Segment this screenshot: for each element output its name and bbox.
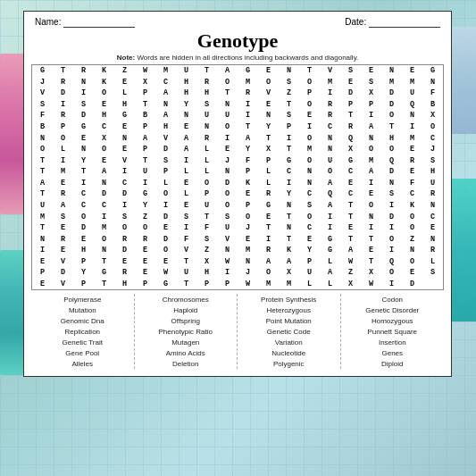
- grid-cell: Q: [340, 132, 361, 144]
- grid-cell: N: [422, 200, 443, 212]
- grid-cell: K: [402, 200, 422, 212]
- grid-cell: T: [279, 144, 299, 155]
- grid-cell: E: [402, 65, 422, 77]
- grid-cell: B: [32, 121, 53, 133]
- grid-cell: O: [196, 178, 217, 189]
- grid-cell: P: [32, 267, 53, 279]
- grid-cell: T: [94, 279, 114, 290]
- grid-cell: E: [114, 144, 135, 155]
- grid-cell: X: [196, 256, 217, 268]
- grid-cell: L: [196, 155, 217, 167]
- grid-cell: E: [32, 256, 53, 268]
- grid-cell: F: [402, 178, 422, 189]
- grid-cell: N: [32, 233, 53, 245]
- grid-cell: I: [73, 88, 94, 99]
- word-item: Codon: [345, 294, 441, 305]
- grid-cell: T: [279, 233, 299, 245]
- word-item: Homozygous: [345, 315, 441, 326]
- grid-cell: I: [381, 222, 402, 234]
- word-column-2: Protein SynthesisHeterozygousPoint Mutat…: [238, 294, 341, 369]
- grid-cell: T: [381, 121, 402, 133]
- word-item: Replication: [35, 326, 130, 337]
- grid-cell: E: [340, 178, 361, 189]
- grid-cell: T: [340, 110, 361, 121]
- word-item: Chromosomes: [138, 294, 234, 305]
- grid-cell: O: [422, 121, 443, 133]
- grid-cell: P: [196, 188, 217, 200]
- grid-cell: H: [196, 267, 217, 279]
- grid-cell: I: [176, 222, 196, 234]
- grid-cell: O: [402, 222, 422, 234]
- grid-cell: M: [402, 77, 422, 88]
- grid-cell: I: [53, 155, 73, 167]
- grid-cell: U: [196, 200, 217, 212]
- grid-cell: P: [299, 256, 320, 268]
- grid-cell: E: [155, 222, 176, 234]
- grid-cell: P: [135, 279, 155, 290]
- grid-cell: E: [53, 245, 73, 256]
- grid-cell: I: [381, 200, 402, 212]
- grid-cell: S: [279, 110, 299, 121]
- grid-cell: A: [155, 110, 176, 121]
- grid-cell: K: [94, 65, 114, 77]
- grid-cell: A: [279, 256, 299, 268]
- word-item: Alleles: [35, 358, 130, 369]
- grid-cell: T: [94, 256, 114, 268]
- grid-cell: S: [176, 211, 196, 222]
- grid-cell: A: [176, 132, 196, 144]
- grid-cell: H: [114, 99, 135, 111]
- word-list: PolymeraseMutationGenomic DnaReplication…: [31, 294, 444, 369]
- grid-cell: A: [258, 256, 279, 268]
- grid-cell: N: [73, 144, 94, 155]
- grid-cell: U: [176, 267, 196, 279]
- grid-cell: H: [94, 110, 114, 121]
- grid-cell: C: [73, 188, 94, 200]
- grid-cell: A: [361, 121, 381, 133]
- grid-cell: S: [73, 99, 94, 111]
- grid-cell: C: [114, 178, 135, 189]
- grid-cell: O: [73, 211, 94, 222]
- word-item: Offspring: [138, 315, 234, 326]
- grid-cell: L: [196, 144, 217, 155]
- grid-cell: O: [94, 144, 114, 155]
- grid-cell: N: [361, 211, 381, 222]
- grid-cell: Y: [135, 200, 155, 212]
- grid-cell: Z: [135, 211, 155, 222]
- grid-cell: V: [53, 279, 73, 290]
- grid-cell: P: [135, 144, 155, 155]
- grid-cell: T: [279, 99, 299, 111]
- grid-cell: R: [320, 110, 340, 121]
- grid-cell: S: [422, 155, 443, 167]
- grid-cell: U: [320, 155, 340, 167]
- grid-cell: G: [94, 267, 114, 279]
- grid-cell: P: [340, 99, 361, 111]
- grid-cell: C: [422, 132, 443, 144]
- grid-cell: L: [258, 166, 279, 178]
- grid-cell: A: [53, 200, 73, 212]
- grid-cell: T: [258, 132, 279, 144]
- grid-cell: C: [94, 200, 114, 212]
- grid-cell: O: [299, 211, 320, 222]
- grid-cell: O: [217, 121, 238, 133]
- grid-cell: E: [402, 166, 422, 178]
- word-item: Genetic Disorder: [345, 305, 441, 315]
- grid-cell: T: [361, 233, 381, 245]
- grid-cell: E: [361, 245, 381, 256]
- word-item: Punnett Square: [345, 326, 441, 337]
- grid-cell: N: [155, 99, 176, 111]
- grid-cell: Y: [299, 245, 320, 256]
- grid-cell: P: [196, 279, 217, 290]
- grid-cell: M: [155, 65, 176, 77]
- grid-cell: I: [32, 245, 53, 256]
- word-item: Insertion: [345, 337, 441, 347]
- grid-cell: Q: [320, 188, 340, 200]
- word-item: Genes: [345, 347, 441, 358]
- grid-cell: I: [320, 88, 340, 99]
- grid-cell: C: [340, 166, 361, 178]
- grid-cell: A: [94, 166, 114, 178]
- grid-cell: V: [114, 155, 135, 167]
- grid-cell: N: [94, 178, 114, 189]
- word-item: Diploid: [345, 358, 441, 369]
- grid-cell: V: [320, 65, 340, 77]
- grid-cell: P: [258, 155, 279, 167]
